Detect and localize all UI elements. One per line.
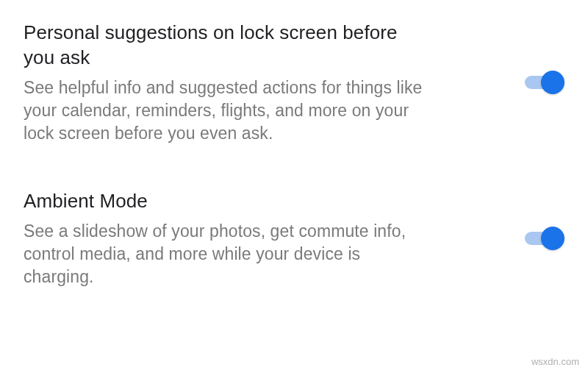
setting-description: See a slideshow of your photos, get comm… xyxy=(24,220,428,288)
setting-personal-suggestions: Personal suggestions on lock screen befo… xyxy=(24,21,564,145)
settings-list: Personal suggestions on lock screen befo… xyxy=(0,0,588,353)
setting-description: See helpful info and suggested actions f… xyxy=(24,77,428,145)
setting-ambient-mode: Ambient Mode See a slideshow of your pho… xyxy=(24,189,564,288)
toggle-wrapper xyxy=(525,71,564,94)
toggle-thumb xyxy=(541,227,564,250)
toggle-ambient-mode[interactable] xyxy=(525,227,564,250)
toggle-wrapper xyxy=(525,227,564,250)
setting-text-block: Ambient Mode See a slideshow of your pho… xyxy=(24,189,457,288)
setting-title: Personal suggestions on lock screen befo… xyxy=(24,21,428,71)
toggle-thumb xyxy=(541,71,564,94)
setting-text-block: Personal suggestions on lock screen befo… xyxy=(24,21,457,145)
watermark-text: wsxdn.com xyxy=(531,356,579,367)
toggle-personal-suggestions[interactable] xyxy=(525,71,564,94)
setting-title: Ambient Mode xyxy=(24,189,428,214)
